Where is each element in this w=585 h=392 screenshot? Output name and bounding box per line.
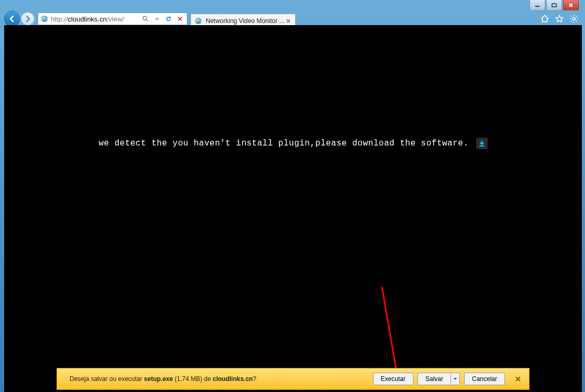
ie-favicon-icon	[40, 15, 49, 23]
download-notification-bar: Deseja salvar ou executar setup.exe (1,7…	[57, 368, 530, 390]
svg-point-14	[573, 18, 576, 20]
svg-line-16	[382, 287, 398, 378]
chevron-down-icon[interactable]	[152, 14, 162, 24]
refresh-icon[interactable]	[164, 14, 173, 24]
execute-button[interactable]: Executar	[373, 373, 413, 385]
save-dropdown-button[interactable]	[451, 373, 460, 385]
save-button[interactable]: Salvar	[418, 373, 451, 385]
address-bar[interactable]: http://cloudlinks.cn/view/	[38, 13, 187, 25]
plugin-install-message: we detect the you haven't install plugin…	[4, 138, 582, 149]
address-text: http://cloudlinks.cn/view/	[51, 15, 141, 23]
svg-point-6	[143, 16, 147, 20]
window-minimize-button[interactable]	[530, 0, 545, 10]
svg-line-7	[147, 20, 148, 21]
download-plugin-link[interactable]	[476, 138, 488, 149]
cancel-button[interactable]: Cancelar	[464, 373, 505, 385]
download-bar-close-icon[interactable]	[512, 373, 524, 385]
favorites-icon[interactable]	[555, 14, 564, 24]
nav-forward-button[interactable]	[21, 12, 35, 26]
search-icon[interactable]	[141, 14, 150, 24]
window-close-button[interactable]	[563, 0, 579, 10]
tab-favicon-icon	[194, 17, 203, 25]
svg-point-4	[41, 16, 48, 22]
stop-icon[interactable]	[175, 14, 185, 24]
home-icon[interactable]	[540, 14, 549, 24]
svg-rect-1	[552, 4, 556, 7]
tab-close-icon[interactable]	[285, 17, 292, 25]
window-maximize-button[interactable]	[546, 0, 562, 10]
plugin-message-text: we detect the you haven't install plugin…	[98, 139, 468, 148]
download-prompt-text: Deseja salvar ou executar setup.exe (1,7…	[70, 375, 369, 383]
svg-point-10	[195, 18, 201, 24]
page-content: we detect the you haven't install plugin…	[4, 25, 582, 392]
nav-back-button[interactable]	[4, 11, 20, 27]
tools-gear-icon[interactable]	[569, 14, 579, 24]
tab-title: Networking Video Monitor ...	[206, 17, 285, 25]
